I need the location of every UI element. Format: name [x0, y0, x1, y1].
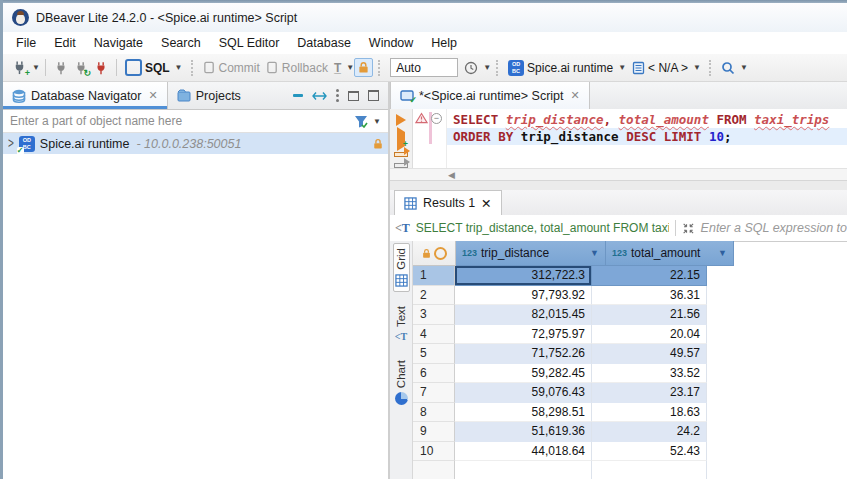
menu-database[interactable]: Database — [288, 33, 360, 53]
search-dropdown[interactable]: ▼ — [740, 63, 748, 72]
grid-cell[interactable]: 20.04 — [592, 325, 707, 345]
grid-cell[interactable]: 59,076.43 — [455, 383, 592, 403]
row-number-cell[interactable]: 2 — [413, 286, 455, 306]
grid-cell[interactable]: 18.63 — [592, 403, 707, 423]
menu-sql-editor[interactable]: SQL Editor — [210, 33, 289, 53]
sql-token: LIMIT — [664, 129, 702, 144]
menu-window[interactable]: Window — [360, 33, 422, 53]
view-menu-icon[interactable] — [336, 89, 339, 102]
grid-cell[interactable]: 33.52 — [592, 364, 707, 384]
sql-editor-button[interactable]: SQL▼ — [122, 57, 186, 78]
menu-navigate[interactable]: Navigate — [85, 33, 152, 53]
results-filter-sql[interactable]: SELECT trip_distance, total_amount FROM … — [416, 221, 669, 235]
menu-edit[interactable]: Edit — [45, 33, 85, 53]
object-filter-input[interactable] — [3, 114, 354, 128]
grid-cell[interactable]: 52.43 — [592, 442, 707, 462]
folding-ruler[interactable]: − — [429, 109, 447, 168]
row-number-cell[interactable]: 7 — [413, 383, 455, 403]
filter-expression-placeholder[interactable]: Enter a SQL expression to — [701, 221, 847, 235]
new-connection-button[interactable]: + — [9, 58, 30, 77]
sql-icon — [125, 59, 142, 76]
grid-cell[interactable]: 72,975.97 — [455, 325, 592, 345]
grid-cell[interactable]: 23.17 — [592, 383, 707, 403]
search-icon[interactable] — [718, 59, 738, 77]
tab-chart-view[interactable]: Chart — [394, 356, 409, 409]
history-clock-icon[interactable] — [461, 59, 481, 77]
grid-cell[interactable]: 44,018.64 — [455, 442, 592, 462]
execute-script-button[interactable] — [394, 152, 408, 157]
results-tabbar: Results 1 ✕ — [390, 190, 847, 216]
grid-cell[interactable]: 49.57 — [592, 344, 707, 364]
row-number-cell[interactable]: 3 — [413, 305, 455, 325]
execute-statement-button[interactable] — [396, 114, 406, 126]
commit-button[interactable]: Commit — [200, 59, 263, 77]
grid-cell[interactable]: 21.56 — [592, 305, 707, 325]
sort-icon[interactable]: ▼ — [718, 248, 727, 258]
transaction-dropdown[interactable]: ▼ — [346, 63, 354, 72]
row-number-cell[interactable]: 5 — [413, 344, 455, 364]
editor-toolstrip: + — [390, 109, 413, 168]
sql-token — [611, 112, 619, 127]
close-icon[interactable]: ✕ — [481, 196, 491, 211]
tree-item-connection[interactable]: > ODBC Spice.ai runtime - 10.0.0.238:500… — [3, 133, 388, 154]
grid-cell[interactable]: 71,752.26 — [455, 344, 592, 364]
row-number-cell[interactable]: 6 — [413, 364, 455, 384]
tab-grid-view[interactable]: Grid — [393, 243, 410, 292]
commit-mode-select[interactable]: Auto — [390, 58, 458, 77]
expand-filter-icon[interactable] — [682, 222, 695, 235]
menu-search[interactable]: Search — [152, 33, 210, 53]
fold-collapse-icon[interactable]: − — [431, 113, 442, 124]
row-number-cell[interactable]: 4 — [413, 325, 455, 345]
close-icon[interactable]: ✕ — [148, 89, 157, 102]
minimize-view-icon[interactable] — [348, 91, 359, 101]
filter-dropdown[interactable]: ▼ — [373, 117, 381, 126]
grid-cell[interactable]: 24.2 — [592, 422, 707, 442]
link-editor-icon[interactable] — [312, 91, 327, 101]
empty-row — [413, 461, 847, 479]
expand-chevron-icon[interactable]: > — [8, 136, 14, 151]
history-dropdown[interactable]: ▼ — [483, 63, 491, 72]
tab-projects[interactable]: Projects — [168, 82, 250, 109]
row-number-cell[interactable]: 8 — [413, 403, 455, 423]
new-connection-dropdown[interactable]: ▼ — [32, 63, 40, 72]
sql-code[interactable]: SELECT trip_distance, total_amount FROM … — [447, 109, 847, 168]
execute-new-tab-button[interactable]: + — [397, 132, 405, 146]
grid-cell[interactable]: 51,619.36 — [455, 422, 592, 442]
filter-funnel-icon[interactable] — [354, 114, 368, 128]
grid-cell[interactable]: 22.15 — [592, 266, 707, 286]
transaction-log-icon[interactable]: T̲ — [331, 59, 344, 77]
connect-icon[interactable] — [51, 59, 71, 77]
active-schema-select[interactable]: < N/A >▼ — [629, 59, 704, 77]
disconnect-icon[interactable] — [91, 59, 111, 77]
column-header-total-amount[interactable]: 123 total_amount ▼ — [606, 241, 734, 266]
sql-editor[interactable]: + − SELECT trip_distance, total_amount F… — [390, 109, 847, 168]
grid-corner-cell[interactable] — [413, 241, 456, 266]
maximize-view-icon[interactable] — [368, 90, 379, 101]
row-number-cell[interactable]: 1 — [413, 266, 455, 286]
reconnect-icon[interactable]: ↻ — [71, 59, 91, 77]
tab-database-navigator[interactable]: Database Navigator ✕ — [3, 82, 168, 109]
sort-desc-icon[interactable]: ▼ — [590, 248, 599, 258]
tab-results-1[interactable]: Results 1 ✕ — [394, 190, 502, 215]
grid-cell[interactable]: 36.31 — [592, 286, 707, 306]
menu-file[interactable]: File — [7, 33, 45, 53]
row-number-cell[interactable]: 9 — [413, 422, 455, 442]
grid-cell[interactable]: 58,298.51 — [455, 403, 592, 423]
rollback-button[interactable]: Rollback — [263, 59, 331, 77]
row-number-cell[interactable]: 10 — [413, 442, 455, 462]
menu-help[interactable]: Help — [422, 33, 466, 53]
grid-cell[interactable]: 82,015.45 — [455, 305, 592, 325]
grid-cell[interactable]: 59,282.45 — [455, 364, 592, 384]
collapse-all-icon[interactable] — [293, 94, 303, 97]
grid-cell[interactable]: 97,793.92 — [455, 286, 592, 306]
active-connection-select[interactable]: ODBCSpice.ai runtime▼ — [505, 58, 629, 78]
sql-code-line-1[interactable]: SELECT trip_distance, total_amount FROM … — [447, 111, 847, 128]
connection-lock-toggle[interactable] — [354, 58, 373, 77]
sql-code-line-2[interactable]: ORDER BY trip_distance DESC LIMIT 10; — [447, 128, 847, 145]
column-header-trip-distance[interactable]: 123 trip_distance ▼ — [456, 241, 606, 266]
close-icon[interactable]: ✕ — [571, 89, 580, 102]
grid-cell[interactable]: 312,722.3 — [455, 266, 592, 286]
tab-text-view[interactable]: Text <T — [394, 302, 408, 346]
tab-sql-script[interactable]: ✓ *<Spice.ai runtime> Script ✕ — [390, 82, 590, 109]
sql-token: trip_distance — [506, 112, 604, 127]
